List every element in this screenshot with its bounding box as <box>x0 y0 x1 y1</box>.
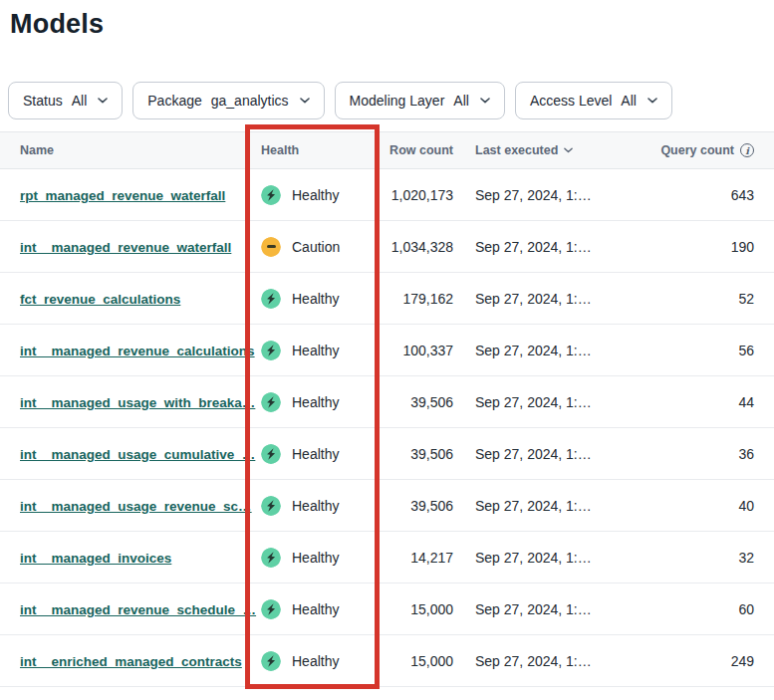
row-count-value: 179,162 <box>369 291 453 307</box>
last-executed-value: Sep 27, 2024, 1:… <box>453 550 654 566</box>
health-label: Healthy <box>292 601 339 617</box>
last-executed-value: Sep 27, 2024, 1:… <box>453 394 654 410</box>
filter-modeling-layer[interactable]: Modeling Layer All <box>335 82 505 119</box>
health-cell: Healthy <box>249 548 369 568</box>
table-row: int__managed_revenue_calculations Health… <box>0 325 774 376</box>
health-cell: Healthy <box>249 496 369 516</box>
last-executed-value: Sep 27, 2024, 1:… <box>453 291 654 307</box>
filter-value: All <box>453 93 469 109</box>
health-cell: Healthy <box>249 289 369 309</box>
last-executed-value: Sep 27, 2024, 1:… <box>453 498 654 514</box>
query-count-value: 190 <box>654 239 754 255</box>
row-count-value: 1,034,328 <box>369 239 453 255</box>
table-row: int__managed_invoices Healthy 14,217 Sep… <box>0 532 774 583</box>
health-cell: Healthy <box>249 341 369 360</box>
filter-label: Modeling Layer <box>350 93 445 109</box>
table-row: int__managed_usage_with_breaka… Healthy … <box>0 376 774 428</box>
health-badge-icon <box>261 392 281 412</box>
last-executed-value: Sep 27, 2024, 1:… <box>453 446 654 462</box>
models-table: Name Health Row count Last executed Quer… <box>0 131 774 687</box>
health-cell: Healthy <box>249 651 369 671</box>
row-count-value: 100,337 <box>369 343 453 358</box>
query-count-value: 44 <box>654 394 754 410</box>
table-row: rpt_managed_revenue_waterfall Healthy 1,… <box>0 169 774 221</box>
chevron-down-icon <box>480 98 490 104</box>
row-count-value: 39,506 <box>369 446 453 462</box>
query-count-value: 60 <box>654 601 754 617</box>
info-icon[interactable]: i <box>740 143 754 157</box>
filter-label: Status <box>23 93 63 109</box>
last-executed-value: Sep 27, 2024, 1:… <box>453 343 654 358</box>
model-name-link[interactable]: int__managed_revenue_schedule_… <box>20 602 256 617</box>
table-row: int__managed_revenue_schedule_… Healthy … <box>0 583 774 635</box>
column-header-last-executed[interactable]: Last executed <box>453 143 654 157</box>
health-badge-icon <box>261 496 281 516</box>
filter-status[interactable]: Status All <box>8 82 123 119</box>
last-executed-value: Sep 27, 2024, 1:… <box>453 653 654 669</box>
filter-value: All <box>72 93 88 109</box>
filter-package[interactable]: Package ga_analytics <box>132 82 324 119</box>
health-label: Healthy <box>292 343 339 358</box>
health-badge-icon <box>261 444 281 464</box>
last-executed-value: Sep 27, 2024, 1:… <box>453 601 654 617</box>
health-badge-icon <box>261 185 281 205</box>
model-name-link[interactable]: fct_revenue_calculations <box>20 292 180 307</box>
filter-value: All <box>621 93 637 109</box>
model-name-link[interactable]: rpt_managed_revenue_waterfall <box>20 188 225 203</box>
table-row: int__managed_revenue_waterfall Caution 1… <box>0 221 774 273</box>
last-executed-value: Sep 27, 2024, 1:… <box>453 239 654 255</box>
filter-label: Package <box>147 93 201 109</box>
health-label: Healthy <box>292 498 339 514</box>
column-header-row-count: Row count <box>369 143 453 157</box>
model-name-link[interactable]: int__enriched_managed_contracts <box>20 654 242 669</box>
query-count-value: 56 <box>654 343 754 358</box>
table-row: fct_revenue_calculations Healthy 179,162… <box>0 273 774 325</box>
health-label: Healthy <box>292 446 339 462</box>
health-cell: Healthy <box>249 392 369 412</box>
health-badge-icon <box>261 548 281 568</box>
chevron-down-icon <box>300 98 310 104</box>
health-badge-icon <box>261 237 281 257</box>
row-count-value: 39,506 <box>369 498 453 514</box>
health-label: Healthy <box>292 187 339 203</box>
model-name-link[interactable]: int__managed_revenue_calculations <box>20 344 255 358</box>
column-header-health: Health <box>249 143 369 157</box>
table-row: int__managed_usage_cumulative_… Healthy … <box>0 428 774 480</box>
health-cell: Healthy <box>249 599 369 619</box>
query-count-value: 249 <box>654 653 754 669</box>
table-row: int__enriched_managed_contracts Healthy … <box>0 635 774 687</box>
filter-label: Access Level <box>530 93 612 109</box>
query-count-value: 36 <box>654 446 754 462</box>
health-cell: Caution <box>249 237 369 257</box>
model-name-link[interactable]: int__managed_usage_revenue_sc… <box>20 499 252 514</box>
query-count-value: 643 <box>654 187 754 203</box>
health-badge-icon <box>261 341 281 360</box>
query-count-value: 32 <box>654 550 754 566</box>
last-executed-value: Sep 27, 2024, 1:… <box>453 187 654 203</box>
chevron-down-icon <box>647 98 657 104</box>
filter-bar: Status All Package ga_analytics Modeling… <box>8 82 774 119</box>
model-name-link[interactable]: int__managed_revenue_waterfall <box>20 240 231 255</box>
health-label: Healthy <box>292 653 339 669</box>
table-row: int__managed_usage_revenue_sc… Healthy 3… <box>0 480 774 532</box>
model-name-link[interactable]: int__managed_usage_cumulative_… <box>20 447 255 462</box>
health-label: Healthy <box>292 291 339 307</box>
health-cell: Healthy <box>249 185 369 205</box>
page-title: Models <box>10 9 774 40</box>
row-count-value: 1,020,173 <box>369 187 453 203</box>
row-count-value: 14,217 <box>369 550 453 566</box>
health-label: Healthy <box>292 550 339 566</box>
health-badge-icon <box>261 599 281 619</box>
filter-access-level[interactable]: Access Level All <box>515 82 672 119</box>
row-count-value: 15,000 <box>369 601 453 617</box>
health-label: Healthy <box>292 394 339 410</box>
filter-value: ga_analytics <box>211 93 289 109</box>
column-header-name: Name <box>20 143 249 157</box>
chevron-down-icon <box>98 98 108 104</box>
query-count-value: 52 <box>654 291 754 307</box>
sort-chevron-down-icon <box>564 147 573 153</box>
model-name-link[interactable]: int__managed_invoices <box>20 551 171 566</box>
health-cell: Healthy <box>249 444 369 464</box>
query-count-value: 40 <box>654 498 754 514</box>
model-name-link[interactable]: int__managed_usage_with_breaka… <box>20 395 255 410</box>
